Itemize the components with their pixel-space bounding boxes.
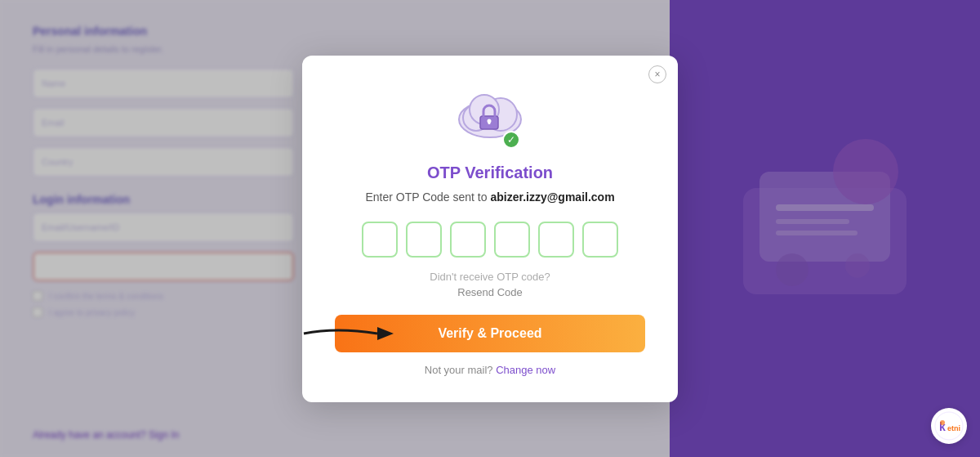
svg-rect-15 [488, 121, 491, 124]
svg-text:etni: etni [947, 424, 960, 432]
modal-close-button[interactable]: × [648, 65, 666, 83]
resend-code-link[interactable]: Resend Code [457, 286, 523, 298]
not-mail-pre: Not your mail? [425, 364, 493, 376]
modal-email: abizer.izzy@gmail.com [490, 190, 614, 204]
check-badge: ✓ [502, 131, 520, 149]
change-now-link[interactable]: Change now [496, 364, 555, 376]
otp-box-1[interactable] [362, 222, 398, 258]
otp-box-5[interactable] [538, 222, 574, 258]
modal-wrapper: × ✓ OTP Verification [0, 0, 980, 457]
logo-svg: k etni [934, 411, 964, 441]
otp-box-3[interactable] [450, 222, 486, 258]
logo-badge: k etni [931, 408, 967, 444]
otp-box-2[interactable] [406, 222, 442, 258]
modal-subtitle-pre: Enter OTP Code sent to [365, 190, 490, 204]
otp-box-4[interactable] [494, 222, 530, 258]
otp-inputs [362, 222, 618, 258]
didnt-receive-text: Didn't receive OTP code? [430, 271, 550, 283]
not-mail-text: Not your mail? Change now [425, 364, 555, 376]
otp-modal: × ✓ OTP Verification [302, 56, 678, 402]
modal-subtitle: Enter OTP Code sent to abizer.izzy@gmail… [365, 190, 614, 204]
otp-box-6[interactable] [582, 222, 618, 258]
modal-icon-container: ✓ [453, 85, 527, 150]
verify-proceed-button[interactable]: Verify & Proceed [335, 315, 645, 352]
svg-point-19 [940, 420, 945, 425]
modal-title: OTP Verification [427, 164, 553, 182]
